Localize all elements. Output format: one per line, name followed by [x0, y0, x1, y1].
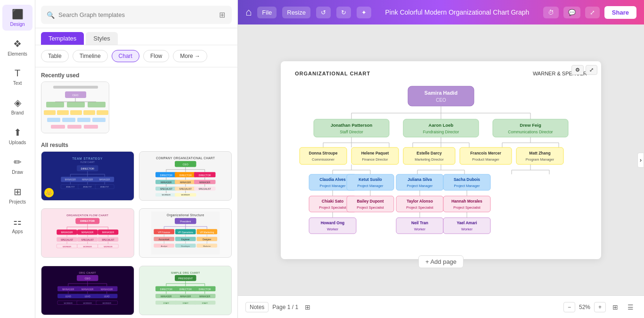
template-card-2[interactable]: COMPANY ORGANIZATIONAL CHART CEO DIRECTO…	[139, 151, 232, 201]
svg-text:Chiaki Sato: Chiaki Sato	[322, 199, 343, 204]
chip-timeline[interactable]: Timeline	[73, 50, 108, 62]
svg-text:MANAGER: MANAGER	[61, 231, 73, 234]
elements-icon: ❖	[13, 38, 22, 49]
zoom-in-button[interactable]: +	[594, 302, 606, 312]
svg-text:COMPANY ORGANIZATIONAL CHART: COMPANY ORGANIZATIONAL CHART	[156, 156, 215, 160]
svg-text:Product Manager: Product Manager	[472, 157, 499, 162]
svg-text:MANAGER: MANAGER	[199, 295, 211, 298]
comment-button[interactable]: 💬	[563, 7, 580, 18]
svg-text:Samira Hadid: Samira Hadid	[424, 90, 457, 96]
svg-text:DIRECTOR: DIRECTOR	[179, 174, 191, 177]
svg-text:Jonathan Patterson: Jonathan Patterson	[331, 122, 373, 128]
undo-button[interactable]: ↺	[316, 7, 331, 18]
expand-button[interactable]: ⤢	[585, 7, 600, 18]
card-settings-button[interactable]: ⚙	[571, 65, 584, 75]
svg-text:VP Marketing: VP Marketing	[200, 231, 214, 234]
chip-table[interactable]: Table	[41, 50, 69, 62]
svg-rect-10	[83, 110, 95, 115]
svg-text:WORKER: WORKER	[83, 245, 92, 248]
filter-chips: Table Timeline Chart Flow More →	[35, 45, 237, 67]
add-page-button[interactable]: + Add page	[418, 255, 464, 268]
notes-button[interactable]: Notes	[245, 302, 269, 312]
svg-rect-8	[57, 110, 69, 115]
svg-rect-226	[493, 119, 568, 137]
svg-rect-246	[351, 147, 399, 164]
chip-chart[interactable]: Chart	[112, 50, 139, 62]
svg-text:Commissioner: Commissioner	[312, 157, 334, 162]
svg-text:SPECIALIST: SPECIALIST	[160, 188, 172, 190]
sidebar-item-label: Uploads	[9, 140, 26, 145]
svg-text:MANAGER: MANAGER	[180, 181, 191, 184]
svg-text:Fundraising Director: Fundraising Director	[423, 130, 459, 134]
svg-text:CEO: CEO	[182, 163, 188, 166]
svg-text:Helene Paquet: Helene Paquet	[361, 151, 389, 155]
chip-more[interactable]: More →	[173, 50, 207, 62]
svg-rect-12	[47, 118, 60, 122]
svg-text:Juliana Silva: Juliana Silva	[408, 177, 432, 182]
list-view-button[interactable]: ☰	[625, 302, 636, 313]
share-button[interactable]: Share	[604, 6, 636, 19]
svg-text:Analyst: Analyst	[161, 245, 167, 247]
svg-text:WORKER: WORKER	[64, 302, 73, 304]
text-icon: T	[15, 68, 20, 79]
sidebar-item-design[interactable]: ⬛ Design	[2, 5, 33, 31]
svg-text:Project Specialist: Project Specialist	[357, 205, 384, 210]
magic-button[interactable]: ✦	[357, 7, 371, 18]
svg-text:DIRECTOR: DIRECTOR	[179, 287, 191, 290]
org-chart-svg: Samira Hadid CEO Jonathan Patterson Staf…	[295, 84, 587, 258]
search-input[interactable]	[58, 11, 214, 18]
grid-view-button[interactable]: ⊞	[610, 302, 621, 313]
sidebar-item-elements[interactable]: ❖ Elements	[2, 34, 33, 60]
sidebar-item-uploads[interactable]: ⬆ Uploads	[2, 123, 33, 149]
svg-text:LEAD: LEAD	[104, 295, 110, 298]
tab-templates[interactable]: Templates	[41, 32, 84, 45]
sidebar-item-projects[interactable]: ⊞ Projects	[2, 182, 33, 208]
svg-rect-223	[403, 119, 479, 137]
svg-text:MANAGER: MANAGER	[62, 287, 74, 290]
svg-text:Program Manager: Program Manager	[526, 157, 554, 162]
home-button[interactable]: ⌂	[245, 6, 252, 18]
svg-text:Organizational Structure: Organizational Structure	[167, 213, 204, 217]
template-card-1[interactable]: TEAM STRATEGY FLOW CHART DIRECTOR MANAGE…	[41, 151, 134, 201]
template-card-5[interactable]: ORG CHART CEO MANAGER MANAGER MANAGER	[41, 266, 134, 315]
svg-rect-5	[67, 102, 85, 107]
search-wrapper: 🔍 ⊞	[41, 6, 232, 24]
svg-text:ANALYST: ANALYST	[100, 186, 109, 188]
design-icon: ⬛	[12, 8, 24, 20]
card-expand-button[interactable]: ⤢	[586, 65, 597, 75]
svg-text:SIMPLE ORG CHART: SIMPLE ORG CHART	[171, 271, 200, 274]
bottom-left: Notes Page 1 / 1 ⊞	[245, 302, 313, 313]
canvas-area: › ⚙ ⤢ ORGANIZATIONAL CHART WARNER & SPEN…	[238, 24, 644, 295]
uploads-icon: ⬆	[14, 127, 22, 138]
chip-flow[interactable]: Flow	[143, 50, 169, 62]
template-card-3[interactable]: ORGANIZATION FLOW CHART DIRECTOR MANAGER…	[41, 208, 134, 258]
tab-styles[interactable]: Styles	[86, 32, 117, 45]
timer-button[interactable]: ⏱	[543, 7, 559, 18]
file-button[interactable]: File	[257, 7, 277, 18]
sidebar-item-draw[interactable]: ✏ Draw	[2, 153, 33, 179]
svg-text:Matt Zhang: Matt Zhang	[529, 151, 550, 155]
sidebar-item-label: Apps	[12, 229, 23, 234]
redo-button[interactable]: ↻	[336, 7, 351, 18]
svg-text:Accountant: Accountant	[158, 238, 169, 241]
svg-text:SPECIALIST: SPECIALIST	[82, 239, 94, 241]
svg-text:Finance Director: Finance Director	[362, 157, 388, 162]
sidebar-item-text[interactable]: T Text	[2, 64, 33, 90]
show-pages-button[interactable]: ⊞	[302, 302, 313, 313]
search-icon: 🔍	[47, 11, 55, 19]
svg-text:Staff Director: Staff Director	[340, 130, 363, 134]
template-card-6[interactable]: SIMPLE ORG CHART PRESIDENT DIRECTOR DIRE…	[139, 266, 232, 315]
projects-icon: ⊞	[14, 186, 22, 197]
zoom-out-button[interactable]: −	[563, 302, 575, 312]
sidebar-item-brand[interactable]: ◈ Brand	[2, 93, 33, 119]
template-card-4[interactable]: Organizational Structure President VP Fi…	[139, 208, 232, 258]
resize-button[interactable]: Resize	[282, 7, 310, 18]
svg-text:Marketing Director: Marketing Director	[415, 157, 444, 162]
svg-text:Estelle Darcy: Estelle Darcy	[416, 151, 442, 155]
svg-rect-249	[403, 147, 455, 164]
recently-used-thumb[interactable]: CEO	[41, 82, 109, 133]
svg-text:Ketut Susilo: Ketut Susilo	[359, 177, 382, 182]
sidebar-item-apps[interactable]: ⚏ Apps	[2, 212, 33, 238]
filter-button[interactable]: ⊞	[218, 9, 226, 20]
hide-panel-button[interactable]: ›	[637, 153, 644, 168]
